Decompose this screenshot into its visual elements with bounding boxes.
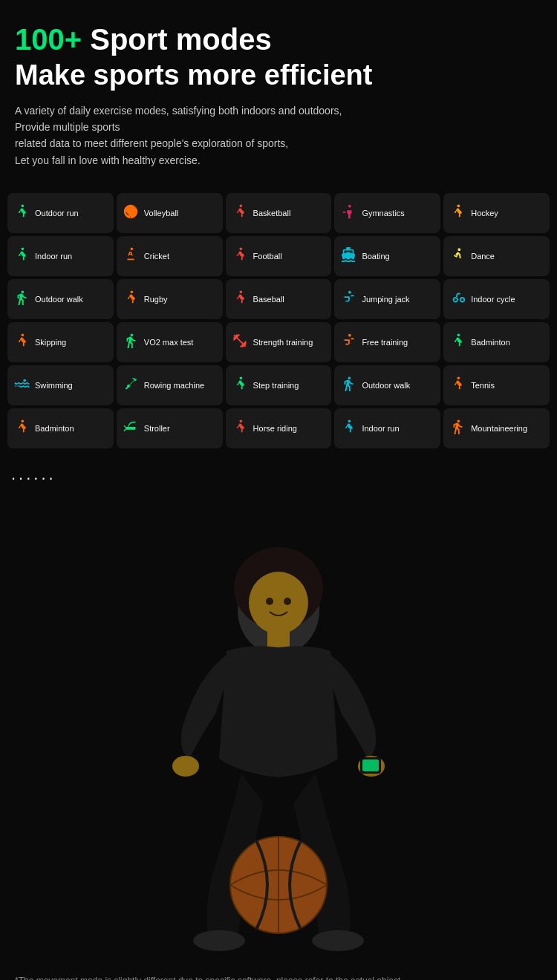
rugby-label: Rugby [144,294,168,304]
sport-cell-hockey: Hockey [443,193,550,233]
badminton2-label: Badminton [35,423,74,434]
outdoor-walk2-icon [339,376,358,395]
sport-cell-mountaineering: Moun­taineering [443,408,550,448]
sport-cell-outdoor-walk: Outdoor walk [7,279,114,319]
skipping-label: Skipping [35,337,66,347]
sport-cell-indoor-run2: Indoor run [334,408,440,448]
basketball-label: Basketball [253,208,291,218]
sport-cell-gymnastics: Gymnastics [334,193,440,233]
title-line2: Make sports more efficient [15,59,542,92]
person-section [0,484,557,967]
baseball-label: Baseball [253,294,284,304]
jumping-jack-icon [339,290,358,309]
indoor-run2-label: Indoor run [362,423,399,434]
cricket-label: Cricket [144,251,169,261]
stroller-label: Stroller [144,423,170,434]
header-section: 100+ Sport modes Make sports more effici… [0,0,557,193]
step-icon [230,376,250,395]
svg-point-8 [193,930,245,951]
sport-cell-badminton1: Badminton [443,322,550,362]
stroller-icon [121,419,140,438]
badminton2-icon [12,419,31,438]
outdoor-run-label: Outdoor run [35,208,79,218]
tennis-label: Tennis [471,380,495,391]
svg-rect-14 [362,760,379,771]
swimming-label: Swimming [35,380,73,391]
sport-cell-rowing: Rowing machine [117,365,223,405]
horse-riding-icon [230,419,250,438]
gymnastics-icon [339,203,358,223]
svg-point-9 [312,930,364,951]
vo2-label: VO2 max test [144,337,194,347]
svg-point-4 [284,598,291,605]
indoor-run-label: Indoor run [35,251,72,261]
page-container: 100+ Sport modes Make sports more effici… [0,0,557,980]
sport-cell-strength: Strength training [226,322,332,362]
sport-cell-badminton2: Badminton [7,408,114,448]
mountaineering-icon [448,419,467,438]
sport-grid: Outdoor run Volleyball Basketball Gymnas… [7,193,550,448]
rowing-label: Rowing machine [144,380,204,391]
hockey-label: Hockey [471,208,498,218]
sport-cell-dance: Dance [443,236,550,276]
sport-cell-vo2: VO2 max test [117,322,223,362]
grid-section: Outdoor run Volleyball Basketball Gymnas… [0,193,557,448]
free-training-label: Free training [362,337,408,347]
free-training-icon [339,333,358,352]
horse-riding-label: Horse riding [253,423,297,434]
dance-label: Dance [471,251,495,261]
sport-cell-rugby: Rugby [117,279,223,319]
sport-cell-cricket: Cricket [117,236,223,276]
title-line1: 100+ Sport modes [15,22,542,56]
sport-cell-volleyball: Volleyball [117,193,223,233]
swimming-icon [12,376,31,395]
rowing-icon [121,376,140,395]
football-icon [230,246,250,266]
jumping-jack-label: Jumping jack [362,294,409,304]
indoor-cycle-label: Indoor cycle [471,294,515,304]
outdoor-run-icon [12,203,31,223]
badminton1-icon [448,333,467,352]
title-highlight: 100+ [15,23,82,56]
sport-cell-outdoor-walk2: Outdoor walk [334,365,440,405]
boating-label: Boating [362,251,389,261]
sport-cell-boating: Boating [334,236,440,276]
dots-row: ...... [0,457,557,484]
indoor-run-icon [12,246,31,266]
sport-cell-indoor-cycle: Indoor cycle [443,279,550,319]
vo2-icon [121,333,140,352]
sport-cell-jumping-jack: Jumping jack [334,279,440,319]
volleyball-icon [121,203,140,223]
strength-label: Strength training [253,337,313,347]
sport-cell-swimming: Swimming [7,365,114,405]
person-figure [93,521,464,967]
baseball-icon [230,290,250,309]
step-label: Step training [253,380,299,391]
sport-cell-football: Football [226,236,332,276]
badminton1-label: Badminton [471,337,510,347]
tennis-icon [448,376,467,395]
basketball-icon [230,203,250,223]
rugby-icon [121,290,140,309]
sport-cell-indoor-run: Indoor run [7,236,114,276]
indoor-cycle-icon [448,290,467,309]
svg-point-3 [266,598,273,605]
sport-cell-stroller: Stroller [117,408,223,448]
sport-cell-baseball: Baseball [226,279,332,319]
hockey-icon [448,203,467,223]
sport-cell-tennis: Tennis [443,365,550,405]
indoor-run2-icon [339,419,358,438]
sport-cell-horse-riding: Horse riding [226,408,332,448]
strength-icon [230,333,250,352]
sport-cell-free-training: Free training [334,322,440,362]
outdoor-walk-icon [12,290,31,309]
sport-cell-skipping: Skipping [7,322,114,362]
volleyball-label: Volleyball [144,208,178,218]
skipping-icon [12,333,31,352]
dance-icon [448,246,467,266]
subtitle: A variety of daily exercise modes, satis… [15,102,542,169]
outdoor-walk-label: Outdoor walk [35,294,83,304]
boating-icon [339,246,358,266]
outdoor-walk2-label: Outdoor walk [362,380,410,391]
cricket-icon [121,246,140,266]
